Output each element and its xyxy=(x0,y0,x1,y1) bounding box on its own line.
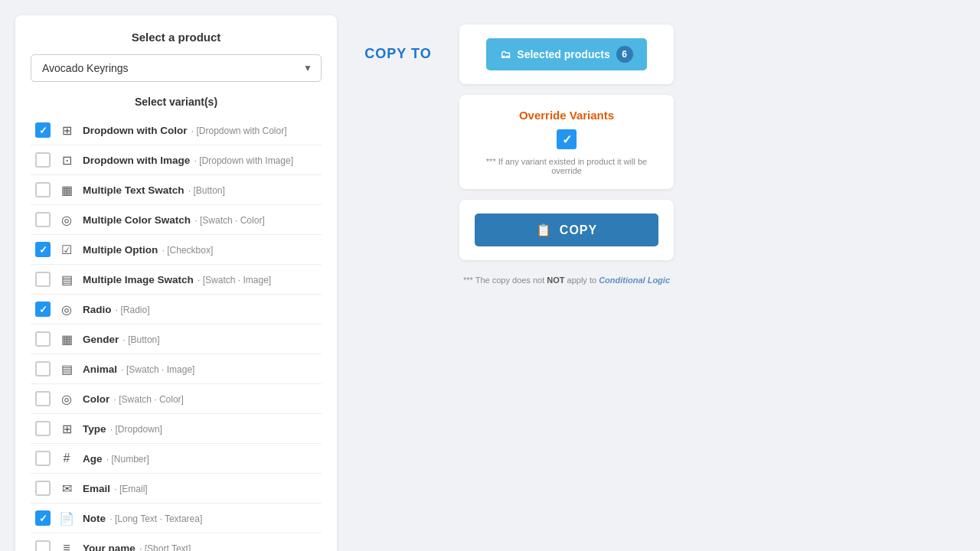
variant-checkbox-email[interactable] xyxy=(35,481,51,496)
variant-icon-multiple-option: ☑ xyxy=(58,241,75,258)
override-variants-card: Override Variants *** If any variant exi… xyxy=(459,95,674,189)
variant-icon-your-name: ≡ xyxy=(58,540,75,551)
variants-title: Select variant(s) xyxy=(31,96,322,108)
variant-type: · [Number] xyxy=(104,454,149,465)
list-item: ▤Animal · [Swatch · Image] xyxy=(31,354,322,384)
variant-icon-note: 📄 xyxy=(58,510,75,527)
variant-type: · [Dropdown] xyxy=(108,424,162,435)
list-item: ◎Radio · [Radio] xyxy=(31,295,322,324)
variant-name: Type xyxy=(83,423,106,435)
variant-name: Color xyxy=(83,393,109,405)
copy-button[interactable]: 📋 COPY xyxy=(475,214,658,246)
variant-type: · [Swatch · Image] xyxy=(195,275,271,285)
variant-icon-radio: ◎ xyxy=(58,301,75,318)
copy-note-strong: NOT xyxy=(547,276,564,285)
variant-icon-type: ⊞ xyxy=(58,420,75,437)
list-item: ◎Color · [Swatch · Color] xyxy=(31,384,322,414)
variant-name: Multiple Image Swatch xyxy=(83,274,194,285)
variant-checkbox-animal[interactable] xyxy=(35,361,51,377)
list-item: 📄Note · [Long Text · Textarea] xyxy=(31,504,322,533)
panel-title: Select a product xyxy=(31,31,322,44)
variant-icon-animal: ▤ xyxy=(58,360,75,377)
variant-name: Radio xyxy=(83,304,112,315)
variant-label: Dropdown with Image · [Dropdown with Ima… xyxy=(83,153,293,167)
list-item: ⊞Dropdown with Color · [Dropdown with Co… xyxy=(31,116,322,145)
variant-checkbox-color[interactable] xyxy=(35,391,51,406)
variant-name: Note xyxy=(83,513,106,524)
variant-type: · [Checkbox] xyxy=(159,245,213,256)
variant-icon-gender: ▦ xyxy=(58,331,75,347)
variant-label: Age · [Number] xyxy=(83,452,149,465)
variant-label: Radio · [Radio] xyxy=(83,302,150,316)
list-item: #Age · [Number] xyxy=(31,444,322,474)
variant-checkbox-note[interactable] xyxy=(35,510,51,526)
copy-card: 📋 COPY xyxy=(459,200,674,260)
variant-checkbox-gender[interactable] xyxy=(35,331,51,347)
variant-name: Multiple Color Swatch xyxy=(83,214,191,226)
variant-type: · [Dropdown with Image] xyxy=(191,155,293,166)
variant-checkbox-radio[interactable] xyxy=(35,302,51,317)
variant-label: Multiple Option · [Checkbox] xyxy=(83,243,213,256)
variant-label: Type · [Dropdown] xyxy=(83,422,162,435)
variant-list: ⊞Dropdown with Color · [Dropdown with Co… xyxy=(31,116,322,551)
list-item: ▦Gender · [Button] xyxy=(31,324,322,354)
selected-count-badge: 6 xyxy=(616,46,633,63)
selected-products-card: 🗂 Selected products 6 xyxy=(459,24,674,84)
variant-checkbox-your-name[interactable] xyxy=(35,540,51,551)
variant-name: Dropdown with Image xyxy=(83,155,190,166)
variant-icon-age: # xyxy=(58,450,75,467)
variant-label: Multiple Color Swatch · [Swatch · Color] xyxy=(83,213,265,227)
override-title: Override Variants xyxy=(519,109,614,122)
variant-type: · [Email] xyxy=(112,484,148,494)
variant-name: Your name xyxy=(83,543,136,551)
list-item: ⊡Dropdown with Image · [Dropdown with Im… xyxy=(31,145,322,175)
variant-label: Email · [Email] xyxy=(83,481,148,495)
variant-label: Your name · [Short Text] xyxy=(83,541,191,551)
selected-products-button[interactable]: 🗂 Selected products 6 xyxy=(486,38,646,70)
list-item: ◎Multiple Color Swatch · [Swatch · Color… xyxy=(31,205,322,235)
variant-name: Age xyxy=(83,453,103,465)
list-item: ✉Email · [Email] xyxy=(31,474,322,504)
variant-checkbox-multiple-image-swatch[interactable] xyxy=(35,272,51,287)
override-note: *** If any variant existed in product it… xyxy=(475,157,658,175)
variant-name: Email xyxy=(83,483,110,494)
variant-checkbox-dropdown-color[interactable] xyxy=(35,122,51,138)
left-panel: Select a product Avocado Keyrings ▼ Sele… xyxy=(15,15,337,551)
variant-name: Gender xyxy=(83,334,119,345)
variant-label: Multiple Image Swatch · [Swatch · Image] xyxy=(83,272,271,286)
variant-type: · [Swatch · Image] xyxy=(119,364,194,375)
variant-label: Multiple Text Swatch · [Button] xyxy=(83,183,225,197)
variant-type: · [Short Text] xyxy=(137,543,191,551)
variant-icon-dropdown-image: ⊡ xyxy=(58,152,75,168)
variant-name: Multiple Option xyxy=(83,244,158,256)
variant-label: Dropdown with Color · [Dropdown with Col… xyxy=(83,123,287,137)
list-item: ⊞Type · [Dropdown] xyxy=(31,414,322,444)
copy-to-section: COPY TO xyxy=(337,15,459,551)
variant-checkbox-multiple-color-swatch[interactable] xyxy=(35,212,51,227)
selected-products-label: Selected products xyxy=(517,48,609,60)
variant-type: · [Long Text · Textarea] xyxy=(107,514,202,524)
variant-checkbox-multiple-option[interactable] xyxy=(35,242,51,257)
variant-checkbox-dropdown-image[interactable] xyxy=(35,152,51,168)
copy-note-link: Conditional Logic xyxy=(599,276,670,285)
variant-type: · [Dropdown with Color] xyxy=(188,126,286,136)
variant-type: · [Swatch · Color] xyxy=(192,215,265,226)
variant-icon-multiple-color-swatch: ◎ xyxy=(58,211,75,228)
variant-type: · [Button] xyxy=(186,185,225,196)
variant-icon-dropdown-color: ⊞ xyxy=(58,122,75,139)
variant-label: Note · [Long Text · Textarea] xyxy=(83,511,202,525)
variant-checkbox-age[interactable] xyxy=(35,451,51,466)
variant-label: Gender · [Button] xyxy=(83,332,160,346)
variant-checkbox-multiple-text-swatch[interactable] xyxy=(35,182,51,197)
list-item: ≡Your name · [Short Text] xyxy=(31,533,322,551)
copy-note-mid: apply to xyxy=(564,276,599,285)
variant-icon-email: ✉ xyxy=(58,480,75,497)
copy-note-prefix: *** The copy does not xyxy=(463,276,547,285)
product-select[interactable]: Avocado Keyrings xyxy=(31,54,322,82)
copy-icon: 📋 xyxy=(536,223,552,237)
clipboard-icon: 🗂 xyxy=(500,48,511,60)
copy-note: *** The copy does not NOT apply to Condi… xyxy=(459,276,674,285)
override-checkbox[interactable] xyxy=(557,129,577,149)
copy-to-label: COPY TO xyxy=(364,46,431,62)
variant-checkbox-type[interactable] xyxy=(35,421,51,436)
